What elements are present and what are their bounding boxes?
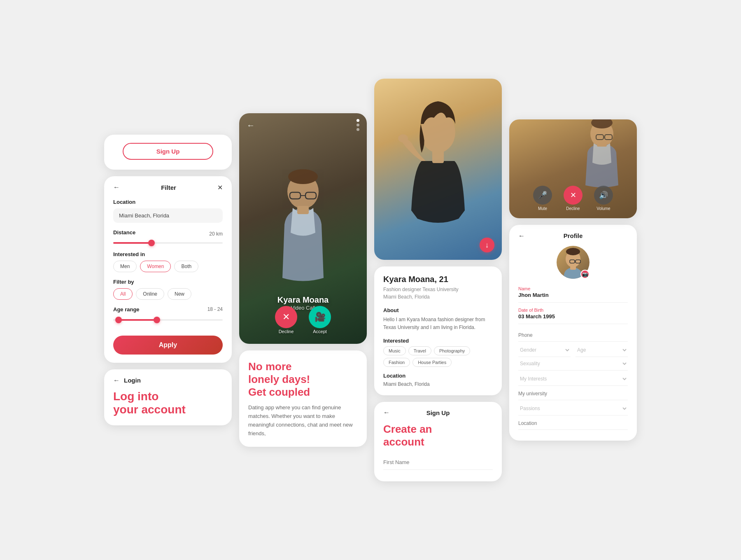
signup-button[interactable]: Sign Up: [123, 143, 213, 160]
location-input[interactable]: [518, 417, 628, 430]
signup-form-header: ← Sign Up: [383, 409, 493, 416]
signup-form-heading: Create anaccount: [383, 423, 493, 448]
decline-label: Decline: [279, 329, 294, 334]
interests-select[interactable]: My Interests: [518, 372, 628, 386]
accept-label: Accept: [313, 329, 327, 334]
filter-back-icon[interactable]: ←: [113, 184, 120, 191]
profile-edit-title: Profile: [564, 232, 583, 239]
decline-call-label: Decline: [566, 206, 580, 211]
svg-point-8: [398, 134, 408, 142]
signup-back-icon[interactable]: ←: [383, 409, 390, 416]
caller-name: Kyara Moana: [277, 295, 329, 305]
filter-card: ← Filter ✕ Location Distance 20 km Inter…: [104, 176, 232, 363]
gender-select[interactable]: Gender: [518, 343, 571, 357]
chip-travel: Travel: [408, 346, 431, 355]
incoming-call-card: 🎤 Mute ✕ Decline 🔊 Volume: [509, 119, 637, 218]
signup-card: Sign Up: [104, 135, 232, 170]
tagline-body: Dating app where you can find genuine ma…: [248, 404, 358, 438]
chip-both[interactable]: Both: [174, 261, 198, 272]
column-1: Sign Up ← Filter ✕ Location Distance 20 …: [104, 135, 232, 425]
profile-photo-figure: [389, 87, 487, 243]
filter-by-chips: All Online New: [113, 288, 223, 300]
location-input[interactable]: [113, 208, 223, 223]
volume-button[interactable]: 🔊: [594, 186, 613, 205]
chip-men[interactable]: Men: [113, 261, 137, 272]
filter-header: ← Filter ✕: [113, 184, 223, 191]
profile-location: Miami Beach, Florida: [383, 381, 493, 387]
location-section-label: Location: [383, 373, 493, 379]
profile-edit-card: ← Profile 📷 Name: [509, 225, 637, 441]
about-text: Hello I am Kyara Moana fashion designer …: [383, 316, 493, 331]
chip-women[interactable]: Women: [140, 261, 171, 272]
decline-ctrl: ✕ Decline: [275, 306, 297, 334]
distance-slider[interactable]: [113, 242, 223, 244]
pagination-dots: [357, 119, 359, 131]
chip-fashion: Fashion: [383, 358, 410, 367]
sexuality-select[interactable]: Sexuality: [518, 357, 628, 371]
decline-call-button[interactable]: ✕: [564, 186, 583, 205]
apply-button[interactable]: Apply: [113, 336, 223, 355]
chip-all[interactable]: All: [113, 288, 133, 300]
volume-ctrl: 🔊 Volume: [594, 186, 613, 211]
gender-age-row: Gender Age: [518, 343, 628, 357]
distance-label: Distance: [113, 229, 135, 236]
profile-job: Fashion designer Texas UniversityMiami B…: [383, 286, 493, 301]
profile-edit-header: ← Profile: [518, 232, 628, 239]
call-controls: 🎤 Mute ✕ Decline 🔊 Volume: [509, 186, 637, 211]
age-range-slider[interactable]: [113, 319, 223, 321]
svg-point-4: [288, 169, 318, 184]
chip-new[interactable]: New: [168, 288, 191, 300]
mute-label: Mute: [538, 206, 547, 211]
login-title: Login: [124, 377, 141, 384]
dot-3: [357, 128, 359, 131]
filter-title: Filter: [120, 184, 217, 191]
filter-close-icon[interactable]: ✕: [217, 184, 223, 191]
login-back-icon[interactable]: ←: [113, 377, 120, 384]
dob-field-label: Date of Birth: [518, 308, 628, 313]
svg-point-19: [566, 248, 580, 255]
camera-icon[interactable]: 📷: [580, 270, 590, 279]
name-field-label: Name: [518, 286, 628, 291]
age-range-label: Age range: [113, 306, 140, 313]
signup-form-title: Sign Up: [426, 409, 450, 416]
tagline-heading: No morelonely days!Get coupled: [248, 360, 358, 399]
signup-form-card: ← Sign Up Create anaccount: [374, 402, 502, 481]
interested-in-label: Interested in: [113, 251, 223, 257]
first-name-input[interactable]: [383, 455, 493, 470]
chip-photography: Photography: [434, 346, 470, 355]
dot-2: [357, 124, 359, 126]
decline-button[interactable]: ✕: [275, 306, 297, 328]
mute-button[interactable]: 🎤: [533, 186, 552, 205]
avatar-wrap: 📷: [518, 246, 628, 279]
profile-name: Kyara Moana, 21: [383, 275, 493, 284]
video-back-icon[interactable]: ←: [247, 121, 255, 130]
phone-input[interactable]: [518, 329, 628, 342]
login-heading: Log into your account: [113, 390, 223, 416]
mute-ctrl: 🎤 Mute: [533, 186, 552, 211]
passions-select[interactable]: Passions: [518, 402, 628, 415]
age-range-value: 18 - 24: [207, 306, 223, 316]
interested-label: Interested: [383, 338, 493, 344]
video-call-card: ← Kyara Moana Video Call ✕ Decline 🎥 Acc…: [239, 113, 367, 344]
volume-label: Volume: [597, 206, 610, 211]
age-select[interactable]: Age: [576, 343, 628, 357]
decline-call-ctrl: ✕ Decline: [564, 186, 583, 211]
column-4: 🎤 Mute ✕ Decline 🔊 Volume ← Profile: [509, 119, 637, 441]
photo-download-button[interactable]: ↓: [480, 238, 494, 252]
chip-music: Music: [383, 346, 406, 355]
login-header: ← Login: [113, 377, 223, 384]
about-label: About: [383, 307, 493, 313]
column-2: ← Kyara Moana Video Call ✕ Decline 🎥 Acc…: [239, 113, 367, 447]
accept-button[interactable]: 🎥: [309, 306, 331, 328]
location-label: Location: [113, 199, 223, 205]
svg-rect-5: [297, 206, 309, 214]
chip-online[interactable]: Online: [136, 288, 164, 300]
dob-field-value: 03 March 1995: [518, 313, 628, 324]
profile-edit-back-icon[interactable]: ←: [518, 232, 525, 240]
chip-house-parties: House Parties: [412, 358, 452, 367]
login-card: ← Login Log into your account: [104, 369, 232, 425]
filter-by-label: Filter by: [113, 279, 223, 285]
university-input[interactable]: [518, 387, 628, 400]
video-call-controls: ✕ Decline 🎥 Accept: [275, 306, 331, 334]
interest-chips: Music Travel Photography Fashion House P…: [383, 346, 493, 367]
